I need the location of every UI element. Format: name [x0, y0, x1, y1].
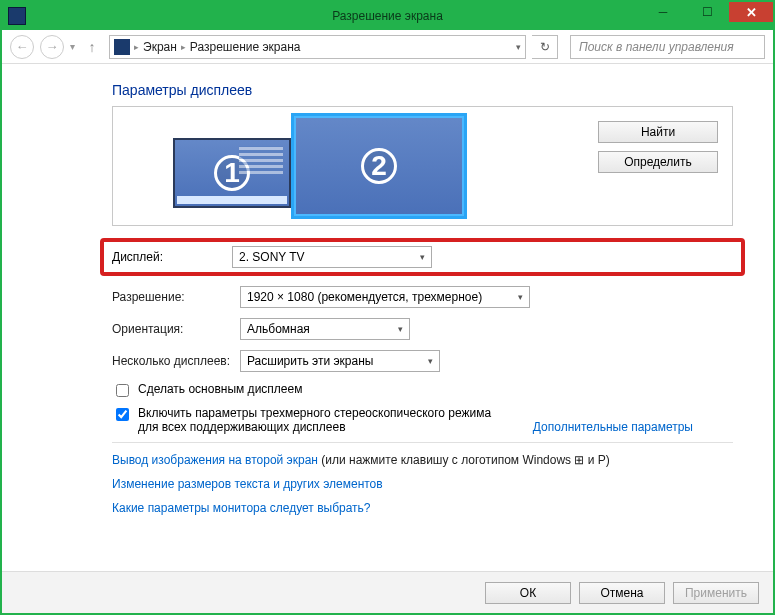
chevron-down-icon: ▾	[518, 292, 523, 302]
chevron-down-icon: ▾	[420, 252, 425, 262]
dialog-footer: ОК Отмена Применить	[2, 571, 773, 613]
apply-button[interactable]: Применить	[673, 582, 759, 604]
display-select[interactable]: 2. SONY TV ▾	[232, 246, 432, 268]
textsize-link[interactable]: Изменение размеров текста и других элеме…	[112, 477, 383, 491]
orientation-label: Ориентация:	[112, 322, 240, 336]
history-dropdown-icon[interactable]: ▾	[70, 41, 75, 52]
resolution-select[interactable]: 1920 × 1080 (рекомендуется, трехмерное) …	[240, 286, 530, 308]
address-dropdown-icon[interactable]: ▾	[516, 42, 521, 52]
window-controls: ─ ☐ ✕	[641, 2, 773, 30]
make-main-checkbox[interactable]	[116, 384, 129, 397]
breadcrumb-item[interactable]: Экран	[143, 40, 177, 54]
monitor-layout[interactable]: 1 2	[173, 113, 467, 219]
multi-display-row: Несколько дисплеев: Расширить эти экраны…	[112, 350, 733, 372]
monitor-number: 2	[361, 148, 397, 184]
stereo-checkbox[interactable]	[116, 408, 129, 421]
which-settings-link[interactable]: Какие параметры монитора следует выбрать…	[112, 501, 371, 515]
content-area: Параметры дисплеев 1 2 Найти	[2, 64, 773, 571]
maximize-button[interactable]: ☐	[685, 2, 729, 22]
stereo-row: Включить параметры трехмерного стереоско…	[112, 406, 733, 434]
cancel-button[interactable]: Отмена	[579, 582, 665, 604]
address-bar[interactable]: ▸ Экран ▸ Разрешение экрана ▾	[109, 35, 526, 59]
detect-button[interactable]: Определить	[598, 151, 718, 173]
which-link-row: Какие параметры монитора следует выбрать…	[112, 501, 733, 515]
address-icon	[114, 39, 130, 55]
breadcrumb-sep: ▸	[134, 42, 139, 52]
close-button[interactable]: ✕	[729, 2, 773, 22]
project-link-row: Вывод изображения на второй экран (или н…	[112, 453, 733, 467]
resolution-value: 1920 × 1080 (рекомендуется, трехмерное)	[247, 290, 482, 304]
display-select-value: 2. SONY TV	[239, 250, 305, 264]
chevron-down-icon: ▾	[428, 356, 433, 366]
display-label: Дисплей:	[112, 250, 232, 264]
orientation-value: Альбомная	[247, 322, 310, 336]
advanced-settings-link[interactable]: Дополнительные параметры	[533, 420, 693, 434]
search-box[interactable]	[570, 35, 765, 59]
ok-button[interactable]: ОК	[485, 582, 571, 604]
monitor-2[interactable]: 2	[291, 113, 467, 219]
forward-button[interactable]: →	[40, 35, 64, 59]
breadcrumb-item[interactable]: Разрешение экрана	[190, 40, 301, 54]
display-select-row: Дисплей: 2. SONY TV ▾	[100, 238, 745, 276]
display-preview-panel: 1 2 Найти Определить	[112, 106, 733, 226]
nav-toolbar: ← → ▾ ↑ ▸ Экран ▸ Разрешение экрана ▾ ↻	[2, 30, 773, 64]
make-main-row: Сделать основным дисплеем	[112, 382, 733, 400]
titlebar: Разрешение экрана ─ ☐ ✕	[2, 2, 773, 30]
chevron-down-icon: ▾	[398, 324, 403, 334]
search-input[interactable]	[577, 39, 758, 55]
stereo-label: Включить параметры трехмерного стереоско…	[138, 406, 508, 434]
multi-display-select[interactable]: Расширить эти экраны ▾	[240, 350, 440, 372]
textsize-link-row: Изменение размеров текста и других элеме…	[112, 477, 733, 491]
multi-display-value: Расширить эти экраны	[247, 354, 373, 368]
resolution-label: Разрешение:	[112, 290, 240, 304]
taskbar-icon	[177, 196, 287, 204]
minimize-button[interactable]: ─	[641, 2, 685, 22]
up-button[interactable]: ↑	[81, 36, 103, 58]
project-link-suffix: (или нажмите клавишу с логотипом Windows…	[318, 453, 610, 467]
orientation-row: Ориентация: Альбомная ▾	[112, 318, 733, 340]
window-frame: Разрешение экрана ─ ☐ ✕ ← → ▾ ↑ ▸ Экран …	[0, 0, 775, 615]
project-link[interactable]: Вывод изображения на второй экран	[112, 453, 318, 467]
wallpaper-icon	[239, 146, 283, 174]
refresh-button[interactable]: ↻	[532, 35, 558, 59]
resolution-row: Разрешение: 1920 × 1080 (рекомендуется, …	[112, 286, 733, 308]
separator	[112, 442, 733, 443]
breadcrumb-sep: ▸	[181, 42, 186, 52]
make-main-label: Сделать основным дисплеем	[138, 382, 302, 396]
system-icon	[8, 7, 26, 25]
find-button[interactable]: Найти	[598, 121, 718, 143]
multi-display-label: Несколько дисплеев:	[112, 354, 240, 368]
orientation-select[interactable]: Альбомная ▾	[240, 318, 410, 340]
monitor-1[interactable]: 1	[173, 138, 291, 208]
page-title: Параметры дисплеев	[112, 82, 733, 98]
preview-side-buttons: Найти Определить	[598, 121, 718, 173]
back-button[interactable]: ←	[10, 35, 34, 59]
